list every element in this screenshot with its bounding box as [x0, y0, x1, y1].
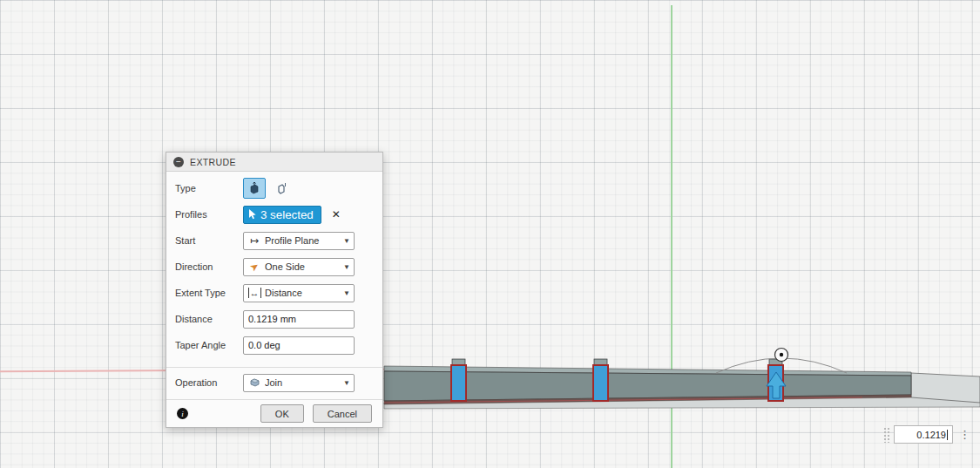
extent-type-label: Extent Type: [175, 288, 243, 298]
profiles-label: Profiles: [175, 209, 243, 220]
chevron-down-icon: ▼: [343, 237, 350, 245]
dialog-body: Type: [166, 172, 382, 396]
cancel-button[interactable]: Cancel: [313, 404, 372, 423]
chevron-down-icon: ▼: [343, 263, 350, 271]
row-type: Type: [166, 175, 382, 201]
text-caret: [947, 430, 948, 440]
start-dropdown[interactable]: ↦ Profile Plane ▼: [243, 232, 355, 250]
row-operation: Operation Join ▼: [166, 370, 382, 396]
extrude-solid-icon[interactable]: [243, 178, 266, 199]
fusion-viewport-page: − EXTRUDE Type: [0, 0, 980, 468]
info-icon[interactable]: i: [177, 408, 188, 419]
y-axis-line: [671, 5, 672, 468]
collapse-icon[interactable]: −: [173, 157, 184, 167]
row-start: Start ↦ Profile Plane ▼: [166, 227, 382, 254]
ok-button[interactable]: OK: [260, 404, 304, 423]
canvas-distance-group: 0.1219 ⋮: [883, 425, 970, 444]
direction-label: Direction: [175, 261, 243, 272]
extent-type-dropdown[interactable]: ↔ Distance ▼: [243, 284, 355, 302]
row-profiles: Profiles 3 selected ✕: [166, 201, 382, 227]
taper-angle-input[interactable]: [243, 336, 355, 355]
profiles-count: 3 selected: [260, 208, 314, 221]
operation-value: Join: [265, 377, 340, 388]
start-value: Profile Plane: [265, 235, 340, 246]
clear-selection-icon[interactable]: ✕: [332, 208, 341, 220]
canvas-distance-value: 0.1219: [916, 430, 946, 440]
cursor-icon: [248, 209, 257, 220]
taper-angle-label: Taper Angle: [175, 340, 243, 350]
type-button-group: [243, 178, 293, 199]
extrude-dialog: − EXTRUDE Type: [166, 152, 383, 428]
distance-label: Distance: [175, 314, 243, 324]
modeling-canvas[interactable]: [0, 0, 980, 468]
extent-type-value: Distance: [265, 288, 340, 298]
one-side-icon: ➤: [247, 261, 261, 272]
drag-grip-icon[interactable]: [883, 427, 891, 443]
type-label: Type: [175, 183, 243, 193]
join-operation-icon: [247, 376, 261, 390]
row-taper-angle: Taper Angle: [166, 332, 382, 358]
start-label: Start: [175, 235, 243, 246]
dialog-header[interactable]: − EXTRUDE: [166, 153, 382, 172]
operation-dropdown[interactable]: Join ▼: [243, 374, 355, 392]
dialog-separator: [166, 367, 382, 368]
row-distance: Distance: [166, 306, 382, 332]
direction-value: One Side: [265, 261, 340, 272]
chevron-down-icon: ▼: [343, 379, 350, 387]
distance-input[interactable]: [243, 310, 355, 329]
profile-plane-icon: ↦: [247, 235, 261, 246]
kebab-menu-icon[interactable]: ⋮: [959, 429, 970, 440]
row-direction: Direction ➤ One Side ▼: [166, 254, 382, 280]
canvas-distance-input[interactable]: 0.1219: [894, 425, 953, 444]
dialog-footer: i OK Cancel: [166, 399, 382, 427]
operation-label: Operation: [175, 377, 243, 388]
distance-extent-icon: ↔: [247, 288, 261, 298]
chevron-down-icon: ▼: [343, 289, 350, 297]
row-extent-type: Extent Type ↔ Distance ▼: [166, 280, 382, 306]
profiles-selection-button[interactable]: 3 selected: [243, 206, 321, 224]
dialog-title: EXTRUDE: [190, 157, 236, 167]
extrude-thin-icon[interactable]: [270, 178, 293, 199]
direction-dropdown[interactable]: ➤ One Side ▼: [243, 258, 355, 276]
